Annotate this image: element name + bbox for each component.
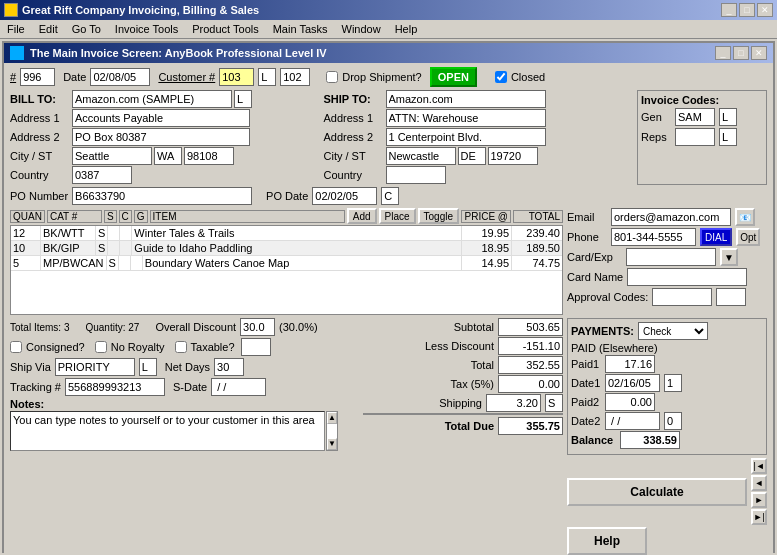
maximize-button[interactable]: □ — [739, 3, 755, 17]
ship-country-field[interactable] — [386, 166, 446, 184]
subtotal-field[interactable] — [498, 318, 563, 336]
dial-button[interactable]: DIAL — [700, 228, 732, 246]
nav-first-btn[interactable]: |◄ — [751, 458, 767, 474]
ship-to-name-field[interactable] — [386, 90, 546, 108]
menu-help[interactable]: Help — [392, 22, 421, 36]
calculate-button[interactable]: Calculate — [567, 478, 747, 506]
gen-code-field[interactable] — [675, 108, 715, 126]
ship-state-field[interactable] — [458, 147, 486, 165]
nav-prev-btn[interactable]: ◄ — [751, 475, 767, 491]
customer-code-field[interactable] — [258, 68, 276, 86]
main-maximize-btn[interactable]: □ — [733, 46, 749, 60]
card-name-field[interactable] — [627, 268, 747, 286]
open-button[interactable]: OPEN — [430, 67, 477, 87]
add-button[interactable]: Add — [347, 208, 377, 224]
bill-to-name-field[interactable] — [72, 90, 232, 108]
card-exp-field[interactable] — [626, 248, 716, 266]
taxable-checkbox[interactable] — [175, 341, 187, 353]
menu-invoice-tools[interactable]: Invoice Tools — [112, 22, 181, 36]
consigned-checkbox[interactable] — [10, 341, 22, 353]
bill-country-field[interactable] — [72, 166, 132, 184]
less-discount-field[interactable] — [498, 337, 563, 355]
bill-state-field[interactable] — [154, 147, 182, 165]
nav-last-btn[interactable]: ►| — [751, 509, 767, 525]
tax-field[interactable] — [498, 375, 563, 393]
minimize-button[interactable]: _ — [721, 3, 737, 17]
nav-next-btn[interactable]: ► — [751, 492, 767, 508]
taxable-field[interactable] — [241, 338, 271, 356]
main-minimize-btn[interactable]: _ — [715, 46, 731, 60]
sdate-field[interactable] — [211, 378, 266, 396]
bill-zip-field[interactable] — [184, 147, 234, 165]
reps-label: Reps — [641, 131, 671, 143]
total-due-field[interactable] — [498, 417, 563, 435]
bill-address2-field[interactable] — [72, 128, 250, 146]
po-number-field[interactable] — [72, 187, 252, 205]
email-icon-btn[interactable]: 📧 — [735, 208, 755, 226]
po-date-field[interactable] — [312, 187, 377, 205]
reps-code-field[interactable] — [675, 128, 715, 146]
paid1-field[interactable] — [605, 355, 655, 373]
customer-id-field[interactable] — [280, 68, 310, 86]
customer-num-field[interactable] — [219, 68, 254, 86]
payment-type-select[interactable]: Check Cash Credit — [638, 322, 708, 340]
bill-address1-field[interactable] — [72, 109, 250, 127]
invoice-num-field[interactable] — [20, 68, 55, 86]
tracking-field[interactable] — [65, 378, 165, 396]
total-field[interactable] — [498, 356, 563, 374]
ship-address1-field[interactable] — [386, 109, 546, 127]
close-button[interactable]: ✕ — [757, 3, 773, 17]
menu-edit[interactable]: Edit — [36, 22, 61, 36]
shipping-field[interactable] — [486, 394, 541, 412]
total-label: Total — [414, 359, 494, 371]
main-close-btn[interactable]: ✕ — [751, 46, 767, 60]
ship-city-field[interactable] — [386, 147, 456, 165]
ship-via-field[interactable] — [55, 358, 135, 376]
payments-label: PAYMENTS: — [571, 325, 634, 337]
shipping-code[interactable] — [545, 394, 563, 412]
email-field[interactable] — [611, 208, 731, 226]
opt-button[interactable]: Opt — [736, 228, 760, 246]
net-days-field[interactable] — [214, 358, 244, 376]
main-title-bar: The Main Invoice Screen: AnyBook Profess… — [4, 43, 773, 63]
menu-goto[interactable]: Go To — [69, 22, 104, 36]
date-field[interactable] — [90, 68, 150, 86]
help-button[interactable]: Help — [567, 527, 647, 555]
approval-label: Approval Codes: — [567, 291, 648, 303]
date2-code[interactable] — [664, 412, 682, 430]
date2-field[interactable] — [605, 412, 660, 430]
date1-code[interactable] — [664, 374, 682, 392]
no-royalty-checkbox[interactable] — [95, 341, 107, 353]
scroll-up-btn[interactable]: ▲ — [327, 412, 337, 424]
bill-address2-label: Address 2 — [10, 131, 70, 143]
notes-area[interactable]: You can type notes to yourself or to you… — [10, 411, 325, 451]
approval-field[interactable] — [652, 288, 712, 306]
overall-discount-field[interactable] — [240, 318, 275, 336]
po-date-code-field[interactable] — [381, 187, 399, 205]
date1-field[interactable] — [605, 374, 660, 392]
closed-checkbox[interactable] — [495, 71, 507, 83]
card-exp-btn[interactable]: ▼ — [720, 248, 738, 266]
drop-shipment-checkbox[interactable] — [326, 71, 338, 83]
menu-product-tools[interactable]: Product Tools — [189, 22, 261, 36]
phone-field[interactable] — [611, 228, 696, 246]
toggle-button[interactable]: Toggle — [418, 208, 459, 224]
ship-via-code[interactable] — [139, 358, 157, 376]
place-button[interactable]: Place — [379, 208, 416, 224]
balance-field[interactable] — [620, 431, 680, 449]
phone-label: Phone — [567, 231, 607, 243]
bill-to-label: BILL TO: — [10, 93, 70, 105]
menu-file[interactable]: File — [4, 22, 28, 36]
bill-to-code-field[interactable] — [234, 90, 252, 108]
menu-window[interactable]: Window — [339, 22, 384, 36]
window-controls[interactable]: _ □ ✕ — [721, 3, 773, 17]
menu-main-tasks[interactable]: Main Tasks — [270, 22, 331, 36]
reps-l-field[interactable] — [719, 128, 737, 146]
bill-city-field[interactable] — [72, 147, 152, 165]
scroll-down-btn[interactable]: ▼ — [327, 438, 337, 450]
ship-zip-field[interactable] — [488, 147, 538, 165]
paid2-field[interactable] — [605, 393, 655, 411]
ship-address2-field[interactable] — [386, 128, 546, 146]
approval-field2[interactable] — [716, 288, 746, 306]
gen-l-field[interactable] — [719, 108, 737, 126]
